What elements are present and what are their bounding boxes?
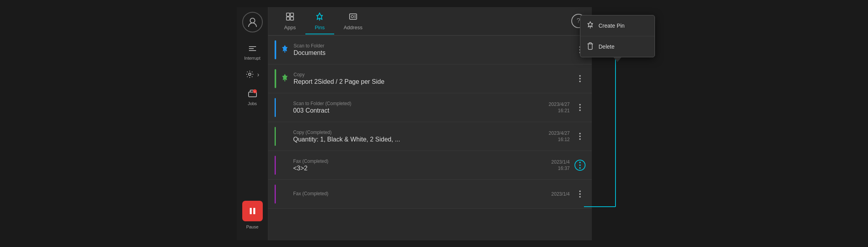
sidebar-jobs-label: Jobs bbox=[248, 101, 257, 106]
dot bbox=[579, 164, 581, 166]
dot bbox=[579, 78, 581, 79]
item-content-6: Fax (Completed) bbox=[293, 191, 551, 197]
dot bbox=[579, 81, 581, 82]
dot bbox=[579, 193, 581, 195]
item-scan-completed[interactable]: Scan to Folder (Completed) 003 Contract … bbox=[268, 93, 592, 122]
pins-list: Scan to Folder Documents bbox=[268, 36, 592, 240]
item-subtitle-6: Fax (Completed) bbox=[293, 191, 551, 196]
delete-label: Delete bbox=[599, 43, 614, 50]
avatar[interactable] bbox=[242, 12, 263, 32]
svg-rect-9 bbox=[253, 208, 255, 214]
date-value-6: 2023/1/4 bbox=[551, 191, 570, 197]
indicator-purple-2 bbox=[275, 185, 276, 204]
more-button-5[interactable] bbox=[574, 160, 586, 171]
item-content-2: Copy Report 2Sided / 2 Page per Side bbox=[294, 72, 574, 85]
pause-label: Pause bbox=[246, 224, 258, 229]
tab-pins-label: Pins bbox=[315, 25, 325, 30]
sidebar-item-interrupt[interactable]: Interrupt bbox=[237, 40, 268, 65]
svg-rect-8 bbox=[250, 208, 252, 214]
svg-point-0 bbox=[250, 18, 255, 23]
tab-address-label: Address bbox=[344, 25, 363, 30]
dot bbox=[579, 104, 581, 106]
svg-rect-11 bbox=[290, 13, 294, 16]
tab-pins[interactable]: Pins bbox=[305, 9, 334, 34]
dot bbox=[579, 138, 581, 140]
item-title-4: Quantity: 1, Black & White, 2 Sided, ... bbox=[293, 136, 549, 143]
item-title-1: Documents bbox=[294, 49, 574, 57]
svg-rect-12 bbox=[286, 17, 290, 20]
pin-icon-blue bbox=[281, 44, 289, 55]
more-button-2[interactable] bbox=[574, 73, 586, 84]
pin-indicator-blue bbox=[275, 40, 276, 59]
create-pin-label: Create Pin bbox=[599, 23, 625, 29]
indicator-purple bbox=[275, 156, 276, 175]
menu-arrow bbox=[614, 57, 621, 62]
item-fax-completed[interactable]: Fax (Completed) <3>2 2023/1/4 16:37 bbox=[268, 151, 592, 180]
main-panel: Apps Pins bbox=[268, 7, 592, 240]
create-pin-option[interactable]: Create Pin bbox=[580, 15, 655, 36]
date-value-5: 2023/1/4 bbox=[551, 159, 570, 165]
sidebar-item-jobs[interactable]: i Jobs bbox=[237, 84, 268, 111]
tab-apps-label: Apps bbox=[284, 25, 296, 30]
item-fax-completed-2[interactable]: Fax (Completed) 2023/1/4 bbox=[268, 180, 592, 209]
item-title-5: <3>2 bbox=[293, 165, 551, 172]
sidebar: Interrupt › i bbox=[237, 7, 268, 240]
indicator-blue bbox=[275, 98, 276, 117]
dot bbox=[579, 133, 581, 134]
item-subtitle-3: Scan to Folder (Completed) bbox=[293, 101, 549, 106]
more-button-6[interactable] bbox=[574, 189, 586, 200]
item-title-2: Report 2Sided / 2 Page per Side bbox=[294, 78, 574, 85]
svg-point-4 bbox=[249, 73, 251, 75]
item-content-5: Fax (Completed) <3>2 bbox=[293, 158, 551, 172]
delete-option[interactable]: Delete bbox=[580, 36, 655, 57]
indicator-green bbox=[275, 127, 276, 146]
jobs-icon: i bbox=[248, 89, 257, 100]
svg-rect-10 bbox=[286, 13, 290, 16]
dot bbox=[579, 190, 581, 192]
item-scan-to-folder[interactable]: Scan to Folder Documents bbox=[268, 36, 592, 64]
more-button-4[interactable] bbox=[574, 131, 586, 142]
dot bbox=[579, 75, 581, 77]
dot bbox=[579, 167, 581, 169]
interrupt-icon bbox=[248, 45, 257, 54]
item-date-6: 2023/1/4 bbox=[551, 191, 570, 197]
item-date-3: 2023/4/27 16:21 bbox=[549, 102, 570, 113]
date-value-3: 2023/4/27 bbox=[549, 102, 570, 107]
dot bbox=[579, 196, 581, 198]
item-subtitle-2: Copy bbox=[294, 72, 574, 77]
item-date-4: 2023/4/27 16:12 bbox=[549, 130, 570, 142]
dot bbox=[579, 136, 581, 137]
item-date-5: 2023/1/4 16:37 bbox=[551, 159, 570, 171]
pin-icon-green bbox=[281, 73, 289, 84]
svg-point-16 bbox=[351, 15, 354, 18]
context-menu: Create Pin Delete bbox=[580, 15, 655, 57]
svg-rect-13 bbox=[290, 17, 294, 20]
item-copy-report[interactable]: Copy Report 2Sided / 2 Page per Side bbox=[268, 64, 592, 93]
pause-button[interactable] bbox=[242, 201, 263, 221]
time-value-4: 16:12 bbox=[558, 137, 570, 142]
address-icon bbox=[349, 12, 357, 23]
item-subtitle-1: Scan to Folder bbox=[294, 43, 574, 49]
time-value-5: 16:37 bbox=[558, 166, 570, 171]
item-content-4: Copy (Completed) Quantity: 1, Black & Wh… bbox=[293, 130, 549, 143]
tab-bar: Apps Pins bbox=[268, 7, 592, 36]
tab-apps[interactable]: Apps bbox=[275, 9, 305, 34]
chevron-right-icon: › bbox=[257, 71, 259, 78]
dot bbox=[579, 109, 581, 111]
item-copy-completed[interactable]: Copy (Completed) Quantity: 1, Black & Wh… bbox=[268, 122, 592, 151]
settings-icon bbox=[245, 70, 254, 79]
date-value-4: 2023/4/27 bbox=[549, 130, 570, 136]
sidebar-item-settings[interactable]: › bbox=[237, 65, 268, 84]
pin-indicator-green bbox=[275, 69, 276, 88]
delete-icon bbox=[587, 42, 594, 51]
pins-icon bbox=[316, 12, 324, 23]
dot bbox=[579, 107, 581, 108]
item-content-1: Scan to Folder Documents bbox=[294, 43, 574, 57]
more-button-3[interactable] bbox=[574, 102, 586, 113]
item-subtitle-4: Copy (Completed) bbox=[293, 130, 549, 135]
dot bbox=[579, 162, 581, 163]
item-title-3: 003 Contract bbox=[293, 107, 549, 114]
context-menu-container: Create Pin Delete bbox=[580, 15, 655, 62]
sidebar-interrupt-label: Interrupt bbox=[244, 56, 260, 60]
tab-address[interactable]: Address bbox=[334, 9, 372, 34]
